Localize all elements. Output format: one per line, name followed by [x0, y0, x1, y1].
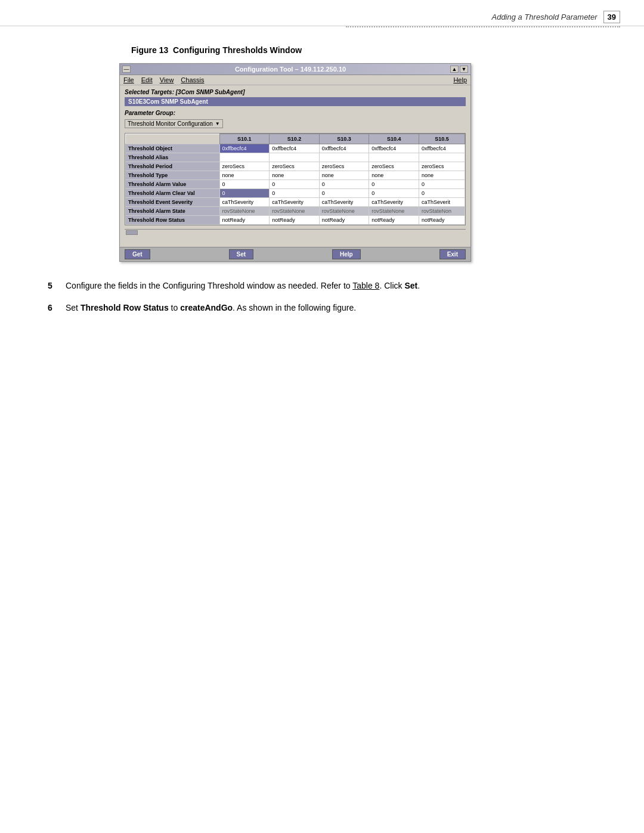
menu-items: File Edit View Chassis: [123, 76, 204, 83]
cell-threshold-alarm-value-2[interactable]: 0: [270, 180, 320, 189]
selected-targets-bar: S10E3Com SNMP SubAgent: [125, 97, 466, 106]
row-label-threshold-type: Threshold Type: [126, 171, 220, 180]
system-menu-button[interactable]: —: [122, 66, 131, 73]
row-label-threshold-object: Threshold Object: [126, 144, 220, 153]
cell-threshold-alarm-state-3: rovStateNone: [319, 207, 369, 216]
window-bottom-area: [125, 235, 466, 243]
maximize-button[interactable]: ▼: [460, 66, 468, 73]
cell-threshold-type-4[interactable]: none: [369, 171, 419, 180]
step-number-6: 6: [48, 302, 60, 314]
cell-threshold-clear-2[interactable]: 0: [270, 189, 320, 198]
window-content: Selected Targets: [3Com SNMP SubAgent] S…: [120, 85, 470, 247]
menu-bar: File Edit View Chassis Help: [120, 75, 470, 85]
col-header-s102: S10.2: [270, 134, 320, 144]
cell-threshold-alarm-value-3[interactable]: 0: [319, 180, 369, 189]
cell-threshold-period-1[interactable]: zeroSecs: [219, 162, 270, 171]
menu-help[interactable]: Help: [453, 76, 467, 83]
table-body: Threshold Object 0xffbecfc4 0xffbecfc4 0…: [126, 144, 465, 225]
page-number: 39: [603, 11, 620, 23]
cell-threshold-alias-2[interactable]: [270, 153, 320, 162]
cell-threshold-type-2[interactable]: none: [270, 171, 320, 180]
application-window: — Configuration Tool – 149.112.250.10 ▲ …: [119, 63, 471, 262]
cell-threshold-row-status-4[interactable]: notReady: [369, 216, 419, 225]
row-label-threshold-alarm-value: Threshold Alarm Value: [126, 180, 220, 189]
cell-threshold-alarm-state-1: rovStateNone: [219, 207, 270, 216]
cell-threshold-type-5[interactable]: none: [419, 171, 465, 180]
col-header-s103: S10.3: [319, 134, 369, 144]
window-title: Configuration Tool – 149.112.250.10: [131, 66, 450, 73]
create-and-go-bold: createAndGo: [180, 303, 233, 312]
button-bar: Get Set Help Exit: [120, 247, 470, 261]
menu-chassis[interactable]: Chassis: [181, 76, 204, 83]
table-row: Threshold Object 0xffbecfc4 0xffbecfc4 0…: [126, 144, 465, 153]
cell-threshold-object-5[interactable]: 0xffbecfc4: [419, 144, 465, 153]
cell-threshold-alarm-value-4[interactable]: 0: [369, 180, 419, 189]
table-row: Threshold Alarm Clear Val 0 0 0 0 0: [126, 189, 465, 198]
cell-threshold-event-severity-1[interactable]: caThSeverity: [219, 198, 270, 207]
figure-label: Figure 13 Configuring Thresholds Window: [131, 45, 302, 55]
minimize-button[interactable]: ▲: [450, 66, 459, 73]
menu-view[interactable]: View: [160, 76, 174, 83]
configuration-table: S10.1 S10.2 S10.3 S10.4 S10.5 Threshold …: [125, 134, 465, 225]
cell-threshold-alarm-state-5: rovStateNon: [419, 207, 465, 216]
cell-threshold-alarm-value-5[interactable]: 0: [419, 180, 465, 189]
cell-threshold-row-status-5[interactable]: notReady: [419, 216, 465, 225]
step-text-5: Configure the fields in the Configuring …: [66, 280, 596, 292]
cell-threshold-row-status-1[interactable]: notReady: [219, 216, 270, 225]
titlebar-controls: ▲ ▼: [450, 66, 468, 73]
row-label-threshold-period: Threshold Period: [126, 162, 220, 171]
row-label-threshold-alias: Threshold Alias: [126, 153, 220, 162]
cell-threshold-clear-4[interactable]: 0: [369, 189, 419, 198]
window-titlebar: — Configuration Tool – 149.112.250.10 ▲ …: [120, 64, 470, 75]
table-row: Threshold Event Severity caThSeverity ca…: [126, 198, 465, 207]
scrollbar-thumb[interactable]: [126, 230, 138, 235]
empty-header: [126, 134, 220, 144]
cell-threshold-period-4[interactable]: zeroSecs: [369, 162, 419, 171]
cell-threshold-alarm-value-1[interactable]: 0: [219, 180, 270, 189]
cell-threshold-type-1[interactable]: none: [219, 171, 270, 180]
cell-threshold-clear-5[interactable]: 0: [419, 189, 465, 198]
cell-threshold-alias-5[interactable]: [419, 153, 465, 162]
exit-button[interactable]: Exit: [439, 249, 466, 259]
figure-title: Figure 13 Configuring Thresholds Window: [131, 45, 608, 55]
cell-threshold-alias-3[interactable]: [319, 153, 369, 162]
cell-threshold-event-severity-5[interactable]: caThSeverit: [419, 198, 465, 207]
row-label-threshold-alarm-clear: Threshold Alarm Clear Val: [126, 189, 220, 198]
table-8-link[interactable]: Table 8: [352, 281, 379, 290]
menu-file[interactable]: File: [123, 76, 134, 83]
cell-threshold-period-2[interactable]: zeroSecs: [270, 162, 320, 171]
cell-threshold-object-4[interactable]: 0xffbecfc4: [369, 144, 419, 153]
cell-threshold-period-3[interactable]: zeroSecs: [319, 162, 369, 171]
col-header-s105: S10.5: [419, 134, 465, 144]
cell-threshold-alias-1[interactable]: [219, 153, 270, 162]
table-row: Threshold Alarm State rovStateNone rovSt…: [126, 207, 465, 216]
cell-threshold-event-severity-2[interactable]: caThSeverity: [270, 198, 320, 207]
cell-threshold-row-status-3[interactable]: notReady: [319, 216, 369, 225]
cell-threshold-row-status-2[interactable]: notReady: [270, 216, 320, 225]
cell-threshold-event-severity-3[interactable]: caThSeverity: [319, 198, 369, 207]
titlebar-left: —: [122, 66, 131, 73]
cell-threshold-object-2[interactable]: 0xffbecfc4: [270, 144, 320, 153]
header-italic-text: Adding a Threshold Parameter: [491, 13, 597, 21]
table-row: Threshold Alarm Value 0 0 0 0 0: [126, 180, 465, 189]
cell-threshold-alias-4[interactable]: [369, 153, 419, 162]
instruction-6: 6 Set Threshold Row Status to createAndG…: [48, 302, 596, 314]
table-row: Threshold Period zeroSecs zeroSecs zeroS…: [126, 162, 465, 171]
table-header-row: S10.1 S10.2 S10.3 S10.4 S10.5: [126, 134, 465, 144]
cell-threshold-clear-3[interactable]: 0: [319, 189, 369, 198]
cell-threshold-type-3[interactable]: none: [319, 171, 369, 180]
cell-threshold-alarm-state-4: rovStateNone: [369, 207, 419, 216]
set-button[interactable]: Set: [229, 249, 254, 259]
menu-edit[interactable]: Edit: [141, 76, 153, 83]
cell-threshold-object-1[interactable]: 0xffbecfc4: [219, 144, 270, 153]
help-button[interactable]: Help: [332, 249, 361, 259]
cell-threshold-object-3[interactable]: 0xffbecfc4: [319, 144, 369, 153]
cell-threshold-period-5[interactable]: zeroSecs: [419, 162, 465, 171]
table-row: Threshold Type none none none none none: [126, 171, 465, 180]
cell-threshold-event-severity-4[interactable]: caThSeverity: [369, 198, 419, 207]
col-header-s101: S10.1: [219, 134, 270, 144]
horizontal-scrollbar[interactable]: [125, 229, 466, 235]
cell-threshold-clear-1[interactable]: 0: [219, 189, 270, 198]
get-button[interactable]: Get: [125, 249, 150, 259]
parameter-group-dropdown[interactable]: Threshold Monitor Configuration ▼: [125, 119, 223, 128]
